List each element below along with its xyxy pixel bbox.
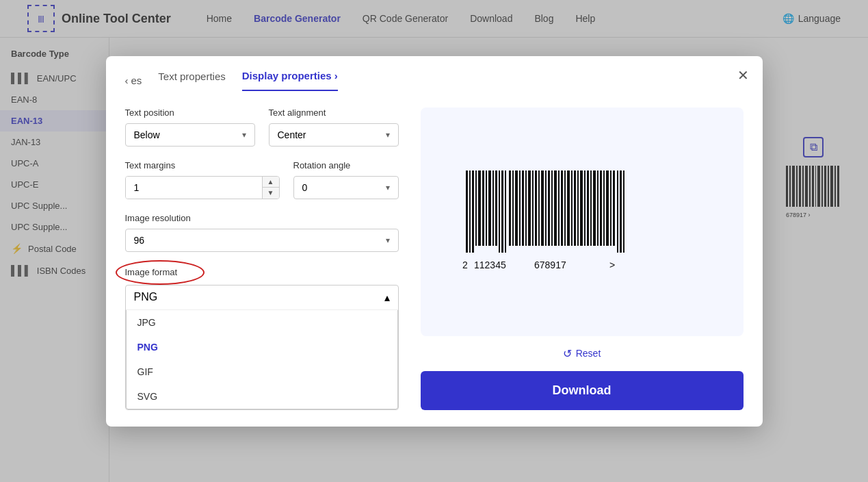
- svg-rect-25: [488, 170, 491, 246]
- chevron-up-icon: ▴: [384, 291, 390, 304]
- svg-rect-51: [574, 170, 576, 246]
- spinner-down-button[interactable]: ▼: [263, 188, 279, 199]
- svg-rect-53: [580, 170, 583, 246]
- modal-dialog: ‹ es Text properties Display properties …: [106, 56, 763, 427]
- dropdown-item-gif[interactable]: GIF: [127, 359, 397, 384]
- svg-rect-37: [528, 170, 531, 246]
- text-margins-input[interactable]: [126, 177, 262, 199]
- svg-rect-43: [548, 170, 550, 246]
- rotation-angle-label: Rotation angle: [293, 160, 399, 170]
- svg-rect-20: [472, 170, 474, 253]
- chevron-left-icon: ‹: [125, 75, 129, 86]
- rotation-angle-value: 0: [302, 182, 308, 193]
- modal-left-panel: Text position Below ▾ Text alignment Cen…: [125, 107, 399, 410]
- barcode-main-svg: 2 112345 678917 >: [459, 167, 705, 277]
- image-format-selected-value: PNG: [134, 291, 158, 303]
- dropdown-item-png[interactable]: PNG: [127, 335, 397, 359]
- svg-rect-61: [606, 170, 609, 246]
- text-margins-input-group: ▲ ▼: [125, 176, 280, 199]
- svg-rect-46: [558, 170, 560, 246]
- chevron-down-icon: ▾: [242, 130, 246, 140]
- text-alignment-select[interactable]: Center ▾: [269, 123, 399, 147]
- svg-rect-22: [478, 170, 481, 246]
- svg-rect-57: [593, 170, 596, 246]
- chevron-down-icon-3: ▾: [386, 183, 390, 192]
- svg-rect-49: [567, 170, 570, 246]
- svg-rect-40: [538, 170, 540, 246]
- svg-rect-54: [584, 170, 586, 246]
- svg-rect-32: [512, 170, 514, 246]
- svg-rect-60: [603, 170, 605, 246]
- svg-rect-55: [587, 170, 589, 246]
- svg-rect-28: [499, 170, 500, 253]
- tab-text-properties[interactable]: Text properties: [158, 71, 225, 90]
- svg-text:>: >: [609, 259, 615, 270]
- tab-text-props-label: Text properties: [158, 71, 225, 82]
- chevron-down-icon-4: ▾: [386, 236, 390, 245]
- svg-text:112345: 112345: [474, 259, 506, 270]
- reset-row[interactable]: ↺ Reset: [421, 347, 744, 360]
- svg-rect-45: [554, 170, 557, 246]
- form-row-position-alignment: Text position Below ▾ Text alignment Cen…: [125, 107, 399, 147]
- svg-rect-64: [617, 170, 618, 253]
- svg-rect-18: [466, 170, 468, 253]
- svg-rect-59: [600, 170, 602, 246]
- download-button[interactable]: Download: [421, 371, 744, 410]
- svg-rect-36: [525, 170, 527, 246]
- text-position-label: Text position: [125, 107, 255, 118]
- text-margins-spinners: ▲ ▼: [262, 177, 279, 199]
- rotation-angle-select[interactable]: 0 ▾: [293, 176, 399, 199]
- dropdown-item-jpg[interactable]: JPG: [127, 310, 397, 335]
- svg-rect-35: [522, 170, 524, 246]
- text-alignment-label: Text alignment: [269, 107, 399, 118]
- spinner-up-button[interactable]: ▲: [263, 177, 279, 188]
- svg-rect-23: [482, 170, 484, 246]
- text-margins-label: Text margins: [125, 160, 280, 170]
- svg-rect-62: [610, 170, 611, 246]
- image-resolution-select[interactable]: 96 ▾: [125, 229, 399, 252]
- reset-label: Reset: [576, 348, 601, 359]
- close-button[interactable]: ✕: [737, 67, 749, 84]
- barcode-svg-wrapper: 2 112345 678917 >: [459, 167, 705, 277]
- reset-icon: ↺: [563, 347, 572, 360]
- svg-rect-27: [495, 170, 497, 246]
- tab-prev[interactable]: ‹ es: [125, 75, 142, 86]
- svg-rect-50: [571, 170, 573, 246]
- svg-rect-63: [613, 170, 615, 246]
- image-resolution-value: 96: [134, 235, 145, 246]
- svg-text:678917: 678917: [534, 259, 566, 270]
- form-group-image-format: Image format PNG ▴ JPG PNG GIF: [125, 266, 399, 410]
- chevron-down-icon-2: ▾: [386, 130, 390, 140]
- svg-rect-38: [532, 170, 534, 246]
- image-format-dropdown[interactable]: PNG ▴ JPG PNG GIF SVG: [125, 285, 399, 410]
- chevron-right-icon: ›: [334, 70, 338, 81]
- svg-rect-24: [486, 170, 487, 246]
- modal-header: ‹ es Text properties Display properties …: [106, 56, 763, 91]
- modal-right-panel: 2 112345 678917 > ↺ Reset Download: [421, 107, 744, 410]
- svg-rect-52: [577, 170, 579, 246]
- image-format-dropdown-header[interactable]: PNG ▴: [126, 286, 398, 310]
- form-group-rotation-angle: Rotation angle 0 ▾: [293, 160, 399, 199]
- modal-overlay: ‹ es Text properties Display properties …: [0, 0, 868, 482]
- svg-rect-41: [541, 170, 544, 246]
- svg-rect-30: [505, 170, 506, 253]
- svg-rect-34: [519, 170, 521, 246]
- text-position-select[interactable]: Below ▾: [125, 123, 255, 147]
- modal-body: Text position Below ▾ Text alignment Cen…: [106, 91, 763, 427]
- form-group-text-alignment: Text alignment Center ▾: [269, 107, 399, 147]
- svg-rect-44: [551, 170, 553, 246]
- svg-rect-39: [535, 170, 537, 246]
- svg-rect-19: [469, 170, 471, 253]
- dropdown-item-svg[interactable]: SVG: [127, 384, 397, 409]
- tab-prev-label: es: [131, 75, 142, 86]
- form-row-margins-rotation: Text margins ▲ ▼ Rotation angle 0: [125, 160, 399, 199]
- svg-rect-33: [515, 170, 518, 246]
- svg-rect-66: [623, 170, 624, 253]
- svg-rect-48: [564, 170, 566, 246]
- svg-rect-56: [590, 170, 592, 246]
- tab-display-props-label: Display properties: [242, 70, 332, 81]
- svg-rect-65: [620, 170, 622, 253]
- text-position-value: Below: [134, 129, 160, 140]
- tab-display-properties[interactable]: Display properties ›: [242, 70, 338, 91]
- form-group-image-resolution: Image resolution 96 ▾: [125, 213, 399, 252]
